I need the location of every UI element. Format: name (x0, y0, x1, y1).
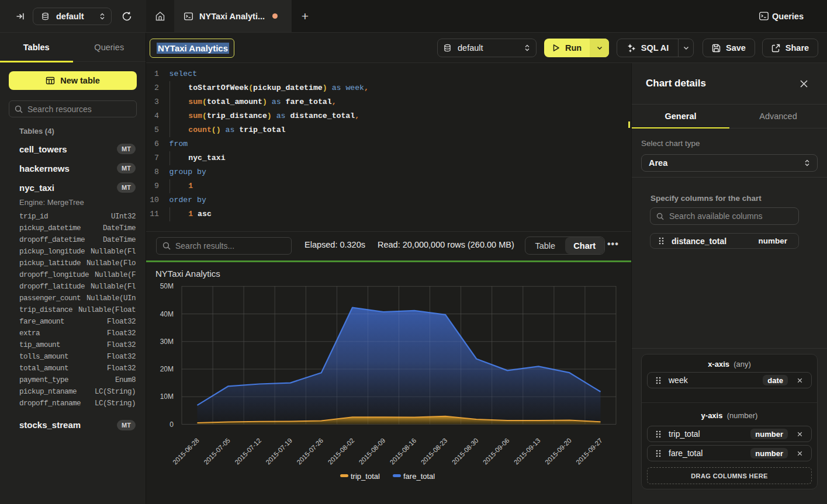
svg-text:2015-07-19: 2015-07-19 (265, 437, 294, 466)
svg-text:2015-08-23: 2015-08-23 (420, 437, 449, 466)
svg-text:fare_total: fare_total (403, 472, 435, 481)
svg-text:30M: 30M (160, 338, 174, 346)
svg-text:2015-07-26: 2015-07-26 (296, 437, 325, 466)
svg-text:40M: 40M (160, 310, 174, 318)
svg-text:2015-09-06: 2015-09-06 (482, 437, 511, 466)
svg-text:2015-06-28: 2015-06-28 (171, 437, 200, 466)
svg-text:2015-09-27: 2015-09-27 (575, 437, 604, 466)
svg-text:trip_total: trip_total (351, 472, 380, 481)
svg-text:20M: 20M (160, 365, 174, 373)
svg-text:2015-08-30: 2015-08-30 (451, 437, 480, 466)
svg-text:0: 0 (169, 420, 174, 429)
svg-text:2015-08-02: 2015-08-02 (327, 437, 356, 466)
svg-text:10M: 10M (160, 392, 174, 401)
svg-text:2015-08-16: 2015-08-16 (389, 437, 418, 466)
svg-text:2015-07-12: 2015-07-12 (233, 437, 262, 466)
svg-text:2015-09-20: 2015-09-20 (544, 437, 573, 466)
svg-text:NYTaxi Analytics: NYTaxi Analytics (155, 269, 220, 279)
svg-text:2015-08-09: 2015-08-09 (358, 437, 387, 466)
svg-text:2015-09-13: 2015-09-13 (513, 437, 542, 466)
svg-text:50M: 50M (160, 282, 174, 290)
svg-text:2015-07-05: 2015-07-05 (202, 437, 231, 466)
